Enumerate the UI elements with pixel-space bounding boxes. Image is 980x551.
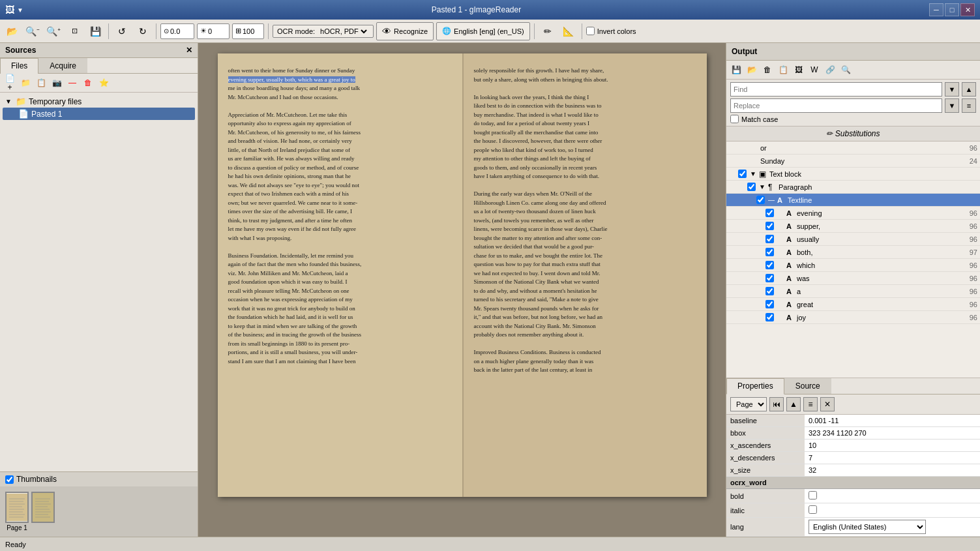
text-line-26: work that it was no great trick for anyb…	[228, 305, 355, 312]
replace-all-btn[interactable]: ≡	[962, 98, 976, 113]
bold-checkbox[interactable]	[809, 491, 817, 499]
sources-close-icon[interactable]: ✕	[186, 46, 192, 55]
sources-tabs: Files Acquire	[0, 58, 198, 74]
app-icon: 🖼	[5, 5, 14, 15]
icon-8: A	[786, 248, 797, 256]
main-content[interactable]: often went to their home for Sunday dinn…	[198, 43, 726, 537]
lang-label: English [eng] (en_US)	[454, 27, 524, 35]
source-tab[interactable]: Source	[784, 378, 831, 394]
r-text-31: on a much higher plane generally today t…	[474, 358, 594, 365]
tree-row-6[interactable]: Asupper,96	[726, 220, 980, 233]
bbox-row: bbox 323 234 1120 270	[726, 427, 980, 439]
output-clear-btn[interactable]: 🗑	[760, 63, 775, 77]
remove-button[interactable]: —	[65, 76, 80, 90]
tree-row-11[interactable]: Aa96	[726, 285, 980, 298]
ocr-mode-select[interactable]: hOCR, PDF	[318, 27, 369, 36]
nav-up-btn[interactable]: ▲	[786, 397, 801, 411]
tree-row-4[interactable]: —ATextline	[726, 194, 980, 207]
tree-row-5[interactable]: Aevening96	[726, 207, 980, 220]
draw-button[interactable]: 📐	[559, 22, 578, 40]
tree-row-3[interactable]: ▼¶Paragraph	[726, 181, 980, 194]
properties-tab[interactable]: Properties	[726, 378, 784, 395]
replace-btn[interactable]: ▼	[945, 98, 959, 113]
close-button[interactable]: ✕	[960, 3, 975, 16]
r-text-20: chase for us to make, and we bought the …	[474, 252, 603, 259]
add-file-button[interactable]: 📄+	[3, 76, 17, 90]
output-image-btn[interactable]: 🖼	[792, 63, 806, 77]
recognize-button[interactable]: 👁 Recognize	[376, 22, 434, 40]
output-chain-btn[interactable]: 🔗	[823, 63, 837, 77]
output-search-btn[interactable]: 🔍	[839, 63, 853, 77]
label-10: was	[797, 275, 958, 282]
language-button[interactable]: 🌐 English [eng] (en_US)	[436, 22, 530, 40]
zoom-in-button[interactable]: 🔍+	[44, 22, 63, 40]
save-button[interactable]: 💾	[86, 22, 104, 40]
output-save-btn[interactable]: 💾	[729, 63, 743, 77]
nav-clear-btn[interactable]: ✕	[820, 397, 835, 411]
separator-4	[534, 23, 535, 39]
tree-row-1[interactable]: Sunday24	[726, 155, 980, 168]
tree-item-pasted1[interactable]: 📄 Pasted 1	[3, 108, 195, 120]
thumbnail-1[interactable]: Page 1	[5, 492, 29, 531]
zoom-value-input[interactable]	[170, 27, 191, 35]
tree-row-10[interactable]: Awas96	[726, 272, 980, 285]
tree-row-9[interactable]: Awhich96	[726, 259, 980, 272]
match-case-row: Match case	[730, 115, 976, 123]
thumbnail-2[interactable]	[31, 492, 55, 531]
zoom-out-button[interactable]: 🔍−	[23, 22, 42, 40]
tree-row-8[interactable]: Aboth,97	[726, 246, 980, 259]
tree-row-13[interactable]: Ajoy96	[726, 311, 980, 324]
minimize-button[interactable]: ─	[929, 3, 943, 16]
nav-first-btn[interactable]: ⏮	[769, 397, 784, 411]
baseline-row: baseline 0.001 -11	[726, 415, 980, 427]
edit-button[interactable]: ✏	[539, 22, 557, 40]
maximize-button[interactable]: □	[945, 3, 959, 16]
clear-button[interactable]: 🗑	[81, 76, 95, 90]
r-text-26: Mr. Spears twenty thousand pounds when h…	[474, 305, 599, 312]
paste-button[interactable]: 📋	[34, 76, 48, 90]
screenshot-button[interactable]: 📷	[50, 76, 64, 90]
replace-input[interactable]	[730, 98, 942, 113]
open-button[interactable]: 📂	[3, 22, 21, 40]
size-value-input[interactable]	[243, 27, 261, 35]
left-panel: Sources ✕ Files Acquire 📄+ 📁 📋 📷 — 🗑 ⭐ ▼…	[0, 43, 198, 537]
output-open-btn[interactable]: 📂	[745, 63, 759, 77]
italic-checkbox[interactable]	[809, 505, 817, 514]
invert-label: Invert colors	[597, 27, 636, 35]
text-line-19: with what I was proposing.	[228, 235, 292, 241]
tree-row-2[interactable]: ▼▣Text block	[726, 168, 980, 181]
titlebar-buttons: ─ □ ✕	[929, 3, 975, 16]
tab-acquire[interactable]: Acquire	[38, 58, 87, 73]
r-text-32: back in the latter part of the last cent…	[474, 366, 593, 373]
find-up-btn[interactable]: ▲	[962, 82, 976, 97]
nav-down-btn[interactable]: ≡	[803, 397, 818, 411]
invert-checkbox[interactable]	[586, 27, 595, 35]
tree-group-temporary[interactable]: ▼ 📁 Temporary files	[3, 95, 195, 108]
output-word-btn[interactable]: W	[807, 63, 822, 77]
tree-row-0[interactable]: or96	[726, 141, 980, 155]
output-copy-btn[interactable]: 📋	[776, 63, 790, 77]
label-0: or	[760, 144, 958, 152]
tab-files[interactable]: Files	[0, 58, 38, 74]
rotate-left-button[interactable]: ↺	[113, 22, 131, 40]
tree-row-7[interactable]: Ausually96	[726, 233, 980, 246]
r-text-16: towels, (and towels you remember, as wel…	[474, 217, 594, 224]
tree-row-12[interactable]: Agreat96	[726, 298, 980, 311]
lang-select[interactable]: English (United States) English (UK)	[809, 520, 926, 534]
zoom-reset-button[interactable]: ⊡	[65, 22, 83, 40]
find-input[interactable]	[730, 82, 942, 97]
find-down-btn[interactable]: ▼	[945, 82, 959, 97]
brightness-value-input[interactable]	[208, 27, 226, 35]
star-button[interactable]: ⭐	[97, 76, 111, 90]
text-line-5: Appreciation of Mr. McCutcheon. Let me t…	[228, 112, 348, 118]
page-right: solely responsible for this growth. I ha…	[462, 53, 707, 497]
open-folder-button[interactable]: 📁	[18, 76, 33, 90]
match-case-checkbox[interactable]	[730, 115, 739, 123]
thumbnails-checkbox[interactable]	[5, 475, 14, 484]
ocr-mode-label: OCR mode:	[277, 27, 315, 35]
rotate-right-button[interactable]: ↻	[134, 22, 152, 40]
text-line-13: was. We did not always see "eye to eye";…	[228, 182, 359, 188]
sources-header: Sources ✕	[0, 43, 198, 58]
page-selector[interactable]: Page	[730, 397, 767, 411]
text-line-25: occasion when he was expressing apprecia…	[228, 296, 353, 303]
